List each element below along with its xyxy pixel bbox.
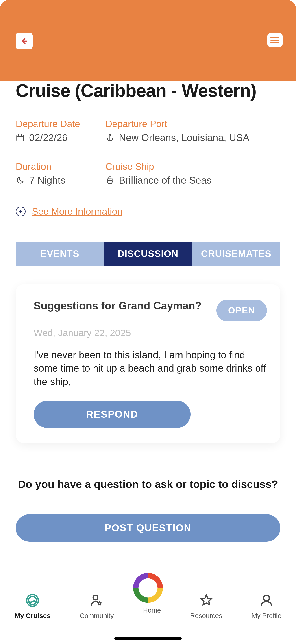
nav-my-cruises[interactable]: My Cruises: [14, 592, 50, 620]
svg-point-8: [142, 581, 154, 594]
calendar-icon: [16, 133, 25, 142]
departure-port-value: New Orleans, Louisiana, USA: [119, 132, 249, 143]
respond-button[interactable]: RESPOND: [34, 401, 191, 428]
see-more-button[interactable]: See More Information: [16, 206, 280, 217]
svg-point-9: [264, 595, 269, 601]
departure-port-label: Departure Port: [105, 118, 280, 129]
tab-cruisemates[interactable]: CRUISEMATES: [192, 242, 280, 266]
svg-point-4: [28, 596, 36, 604]
departure-date-label: Departure Date: [16, 118, 105, 129]
duration-block: Duration 7 Nights: [16, 161, 105, 186]
cruise-ship-block: Cruise Ship Brilliance of the Seas: [105, 161, 280, 186]
ship-icon: [105, 176, 114, 185]
discussion-title: Suggestions for Grand Cayman?: [34, 300, 210, 312]
home-indicator: [114, 637, 182, 640]
duration-label: Duration: [16, 161, 105, 172]
moon-icon: [16, 176, 25, 185]
bottom-nav: My Cruises Community Home: [0, 579, 296, 644]
arrow-left-icon: [20, 37, 28, 45]
tab-events[interactable]: EVENTS: [16, 242, 104, 266]
menu-button[interactable]: [267, 33, 283, 47]
back-button[interactable]: [16, 32, 32, 50]
see-more-label: See More Information: [32, 206, 123, 217]
anchor-icon: [105, 133, 114, 142]
duration-value: 7 Nights: [29, 175, 65, 186]
profile-icon: [259, 592, 274, 608]
discussion-body: I've never been to this island, I am hop…: [34, 348, 267, 388]
post-question-button[interactable]: POST QUESTION: [16, 514, 280, 542]
nav-label: My Cruises: [14, 612, 50, 620]
nav-my-profile[interactable]: My Profile: [251, 592, 281, 620]
departure-port-block: Departure Port New Orleans, Louisiana, U…: [105, 118, 280, 143]
plus-circle-icon: [16, 206, 25, 216]
svg-rect-0: [17, 135, 23, 141]
tab-bar: EVENTS DISCUSSION CRUISEMATES: [16, 242, 280, 266]
cruise-ship-label: Cruise Ship: [105, 161, 280, 172]
svg-point-5: [93, 595, 98, 600]
post-prompt: Do you have a question to ask or topic t…: [16, 477, 280, 492]
person-star-icon: [89, 592, 105, 608]
nav-resources[interactable]: Resources: [190, 592, 222, 620]
cruise-ring-icon: [25, 592, 40, 608]
top-bar: [0, 0, 296, 81]
nav-label: Resources: [190, 612, 222, 620]
cruise-ship-value: Brilliance of the Seas: [119, 175, 211, 186]
discussion-card: Suggestions for Grand Cayman? OPEN Wed, …: [16, 284, 280, 444]
page-title: Cruise (Caribbean - Western): [16, 81, 280, 100]
nav-label: Community: [80, 612, 114, 620]
nav-label: Home: [143, 606, 161, 614]
nav-label: My Profile: [251, 612, 281, 620]
status-badge: OPEN: [216, 300, 267, 321]
nav-home[interactable]: Home: [143, 592, 161, 614]
nav-community[interactable]: Community: [80, 592, 114, 620]
svg-point-1: [109, 134, 111, 136]
discussion-date: Wed, January 22, 2025: [34, 328, 267, 338]
hamburger-icon: [270, 36, 280, 44]
star-icon: [198, 592, 214, 608]
departure-date-value: 02/22/26: [29, 132, 67, 143]
life-ring-icon: [129, 569, 167, 607]
tab-discussion[interactable]: DISCUSSION: [104, 242, 192, 266]
departure-date-block: Departure Date 02/22/26: [16, 118, 105, 143]
